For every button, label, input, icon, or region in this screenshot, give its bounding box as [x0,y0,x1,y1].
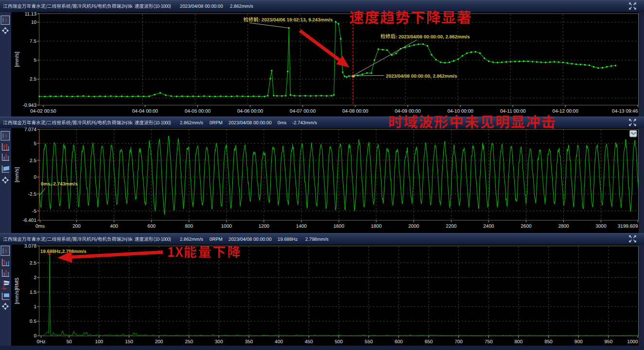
svg-text:1: 1 [34,304,36,310]
svg-text:950: 950 [605,339,613,345]
svg-text:: 2023/04/06 19:02:13, 9.243mm: : 2023/04/06 19:02:13, 9.243mm/s [259,17,333,23]
svg-text:900: 900 [574,339,583,345]
svg-text:2.862mm/s: 2.862mm/s [230,4,253,9]
svg-text:04-06 00:00: 04-06 00:00 [237,109,263,114]
svg-text:300: 300 [215,339,223,345]
svg-text:0ms,-2.743mm/s: 0ms,-2.743mm/s [41,182,78,187]
svg-text:3.078: 3.078 [24,244,36,249]
svg-text:2200: 2200 [446,224,457,229]
svg-text:2.5: 2.5 [30,158,36,164]
svg-text:200: 200 [72,224,81,229]
svg-text:0RPM: 0RPM [209,120,223,126]
svg-text:0Hz: 0Hz [37,339,46,345]
svg-text:-6.401: -6.401 [23,218,37,223]
svg-text:600: 600 [395,339,403,345]
svg-text:3000: 3000 [595,224,607,229]
svg-text:1400: 1400 [296,224,307,229]
svg-text:04-11 00:00: 04-11 00:00 [500,109,526,114]
svg-text:[mm/s]: [mm/s] [14,51,20,67]
svg-text:2.5: 2.5 [30,261,36,266]
svg-text:800: 800 [515,339,523,345]
svg-text:700: 700 [454,339,463,345]
svg-text:5: 5 [34,141,36,147]
svg-text:04-08 00:00: 04-08 00:00 [342,109,368,114]
svg-text:1800: 1800 [371,224,382,229]
svg-text:2400: 2400 [483,224,494,229]
svg-text:0ms: 0ms [35,224,45,229]
svg-text:04-02 00:50: 04-02 00:50 [30,109,56,114]
svg-text:2800: 2800 [558,224,569,229]
svg-text:04-07 00:00: 04-07 00:00 [290,109,316,114]
svg-text:800: 800 [185,224,193,229]
svg-text:2000: 2000 [408,224,419,229]
svg-text:0ms: 0ms [278,120,286,126]
svg-text:50: 50 [67,339,72,345]
svg-text:350: 350 [245,339,253,345]
svg-text:600: 600 [147,224,156,229]
svg-text:2023/04/08 00:00:00: 2023/04/08 00:00:00 [228,237,272,242]
svg-text:[mm/s]RMS: [mm/s]RMS [14,278,20,304]
svg-text:1.5: 1.5 [30,290,36,295]
svg-text:1000: 1000 [627,339,638,345]
svg-text:500: 500 [335,339,343,345]
svg-text:2600: 2600 [521,224,532,229]
svg-text:0RPM: 0RPM [209,237,223,242]
svg-text:5: 5 [34,58,36,63]
svg-text:04-05 00:00: 04-05 00:00 [185,109,211,114]
svg-text:100: 100 [95,339,103,345]
svg-text:550: 550 [365,339,373,345]
svg-text:750: 750 [485,339,493,345]
svg-text:04-12 00:00: 04-12 00:00 [553,109,579,114]
svg-text:3199.609: 3199.609 [618,224,638,229]
svg-text:19.688Hz: 19.688Hz [278,237,298,242]
svg-text:1200: 1200 [259,224,270,229]
svg-text:19.688Hz,2.798mm/s: 19.688Hz,2.798mm/s [40,249,87,254]
svg-text:2023/04/08 00:00:00, 2.862mm/s: 2023/04/08 00:00:00, 2.862mm/s [386,74,457,79]
svg-text:11.13: 11.13 [25,12,37,17]
svg-text:-2.5: -2.5 [28,192,37,197]
svg-text:7.5: 7.5 [30,39,36,44]
svg-text:450: 450 [305,339,313,345]
svg-text:0: 0 [34,175,36,180]
svg-text:7.074: 7.074 [24,127,36,133]
svg-text:200: 200 [155,339,163,345]
svg-text:04-13 09:46: 04-13 09:46 [612,109,638,114]
svg-text:04-10 00:00: 04-10 00:00 [447,109,473,114]
svg-text:400: 400 [110,224,118,229]
svg-text:0: 0 [34,333,36,339]
svg-text:400: 400 [275,339,283,345]
svg-text:1000: 1000 [221,224,232,229]
svg-text:-5: -5 [32,209,36,214]
svg-text:-2.743mm/s: -2.743mm/s [292,120,317,126]
svg-text:2.5: 2.5 [30,77,36,82]
svg-text:[mm/s]: [mm/s] [14,167,20,183]
svg-text:2023/04/08 00:00:00: 2023/04/08 00:00:00 [180,4,223,9]
svg-text:650: 650 [425,339,433,345]
svg-text:150: 150 [125,339,133,345]
svg-text:2023/04/08 00:00:00: 2023/04/08 00:00:00 [228,120,272,126]
svg-text:: 2023/04/08 00:00:00, 2.862mm: : 2023/04/08 00:00:00, 2.862mm/s [396,34,470,40]
svg-text:-0.943: -0.943 [23,103,37,108]
svg-text:850: 850 [544,339,553,345]
svg-text:04-09 00:00: 04-09 00:00 [395,109,421,114]
svg-text:2.798mm/s: 2.798mm/s [305,237,329,242]
svg-text:250: 250 [185,339,193,345]
svg-text:10: 10 [31,20,37,25]
svg-text:2.862mm/s: 2.862mm/s [180,237,203,242]
svg-text:1600: 1600 [333,224,345,229]
svg-text:0.5: 0.5 [30,319,36,324]
svg-text:04-04 00:00: 04-04 00:00 [132,109,158,114]
svg-text:2: 2 [34,275,36,281]
svg-text:2.862mm/s: 2.862mm/s [180,120,203,126]
